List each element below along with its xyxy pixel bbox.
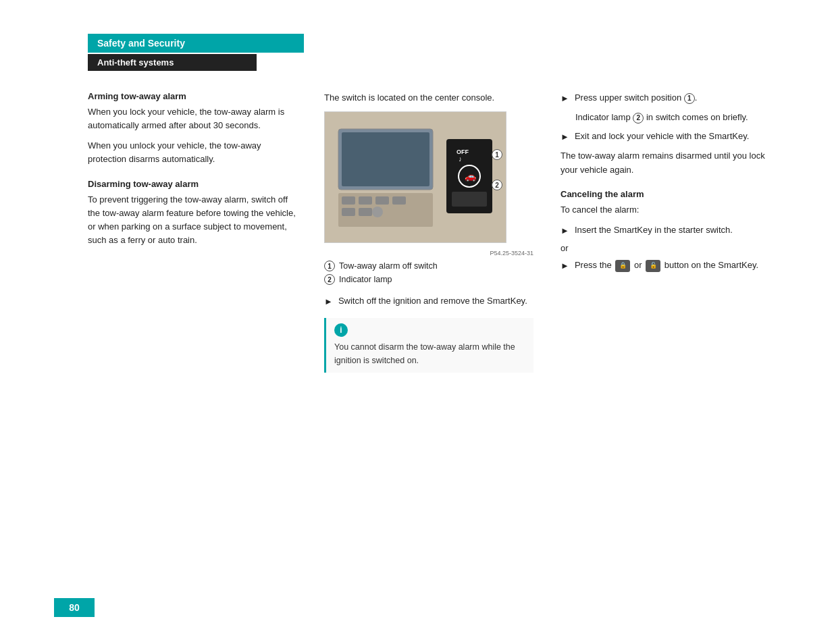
cancel-intro: To cancel the alarm: — [561, 203, 770, 217]
info-icon: i — [334, 323, 348, 337]
arrow-icon-4: ► — [561, 224, 569, 238]
left-column: Arming tow-away alarm When you lock your… — [88, 91, 297, 254]
section-header: Safety and Security Anti-theft systems — [88, 34, 780, 71]
indicator-continuation: Indicator lamp 2 in switch comes on brie… — [575, 111, 770, 124]
arming-heading: Arming tow-away alarm — [88, 91, 297, 101]
smartkey-unlock-icon: 🔓 — [646, 260, 660, 272]
page-container: Safety and Security Anti-theft systems A… — [0, 0, 834, 644]
bullet-exit-text: Exit and lock your vehicle with the Smar… — [575, 130, 770, 143]
svg-rect-7 — [392, 196, 406, 205]
center-column: The switch is located on the center cons… — [324, 91, 533, 373]
caption-num-1: 1 — [324, 261, 335, 271]
smartkey-lock-icon: 🔒 — [615, 260, 630, 272]
bullet-press-smart: ► Press the 🔒 or 🔓 button on the SmartKe… — [561, 259, 770, 273]
press-text: Press upper switch position — [575, 92, 681, 103]
arming-text-1: When you lock your vehicle, the tow-away… — [88, 105, 297, 132]
smart-end: button on the SmartKey. — [664, 260, 758, 270]
bullet-insert: ► Insert the SmartKey in the starter swi… — [561, 223, 770, 238]
caption-text-2: Indicator lamp — [339, 275, 392, 284]
remains-text: The tow-away alarm remains disarmed unti… — [561, 149, 770, 176]
arrow-icon-1: ► — [324, 295, 333, 308]
svg-rect-6 — [375, 196, 389, 205]
caption-row-2: 2 Indicator lamp — [324, 274, 533, 285]
page-number: 80 — [54, 598, 95, 617]
svg-rect-16 — [452, 192, 487, 207]
bullet-exit: ► Exit and lock your vehicle with the Sm… — [561, 130, 770, 144]
subsection-title: Anti-theft systems — [88, 54, 257, 71]
arrow-icon-3: ► — [561, 130, 569, 144]
info-text: You cannot disarm the tow-away alarm whi… — [334, 341, 525, 367]
indicator-num: 2 — [633, 112, 644, 122]
caption-text-1: Tow-away alarm off switch — [339, 261, 438, 271]
press-circle-num: 1. — [684, 92, 698, 103]
svg-rect-2 — [342, 132, 429, 186]
content-columns: Arming tow-away alarm When you lock your… — [88, 91, 780, 373]
svg-point-10 — [372, 207, 383, 217]
caption-num-2: 2 — [324, 274, 335, 285]
svg-text:OFF: OFF — [457, 149, 469, 155]
info-box: i You cannot disarm the tow-away alarm w… — [324, 318, 533, 373]
bullet-insert-text: Insert the SmartKey in the starter switc… — [575, 223, 770, 237]
bullet-switch-off: ► Switch off the ignition and remove the… — [324, 294, 533, 308]
right-column: ► Press upper switch position 1. Indicat… — [561, 91, 770, 278]
or-between-buttons: or — [634, 260, 644, 270]
svg-rect-8 — [342, 208, 355, 216]
svg-text:🚗: 🚗 — [465, 171, 477, 182]
arrow-icon-5: ► — [561, 259, 569, 273]
caption-row-1: 1 Tow-away alarm off switch — [324, 261, 533, 271]
svg-rect-5 — [359, 196, 372, 205]
bullet-press-text: Press upper switch position 1. — [575, 91, 770, 105]
disarming-heading: Disarming tow-away alarm — [88, 179, 297, 189]
press-smart-label: Press the — [575, 260, 612, 270]
indicator-text: Indicator lamp — [575, 112, 631, 122]
arming-text-2: When you unlock your vehicle, the tow-aw… — [88, 139, 297, 166]
svg-text:⤸: ⤸ — [458, 157, 463, 163]
diagram-label: P54.25-3524-31 — [324, 250, 533, 257]
car-diagram: OFF ⤸ 🚗 1 2 — [324, 111, 506, 243]
arrow-icon-2: ► — [561, 92, 569, 105]
diagram-svg: OFF ⤸ 🚗 — [325, 112, 506, 243]
bullet-press-switch: ► Press upper switch position 1. — [561, 91, 770, 105]
canceling-heading: Canceling the alarm — [561, 189, 770, 199]
switch-location-text: The switch is located on the center cons… — [324, 91, 533, 105]
section-title: Safety and Security — [88, 34, 304, 53]
disarming-text: To prevent triggering the tow-away alarm… — [88, 193, 297, 248]
svg-rect-9 — [359, 208, 372, 216]
svg-rect-4 — [342, 196, 355, 205]
indicator-end: in switch comes on briefly. — [646, 112, 748, 122]
diagram-inner: OFF ⤸ 🚗 1 2 — [325, 112, 506, 242]
bullet-switch-off-text: Switch off the ignition and remove the S… — [338, 294, 533, 308]
bullet-smart-text: Press the 🔒 or 🔓 button on the SmartKey. — [575, 259, 770, 272]
or-separator: or — [561, 243, 770, 253]
